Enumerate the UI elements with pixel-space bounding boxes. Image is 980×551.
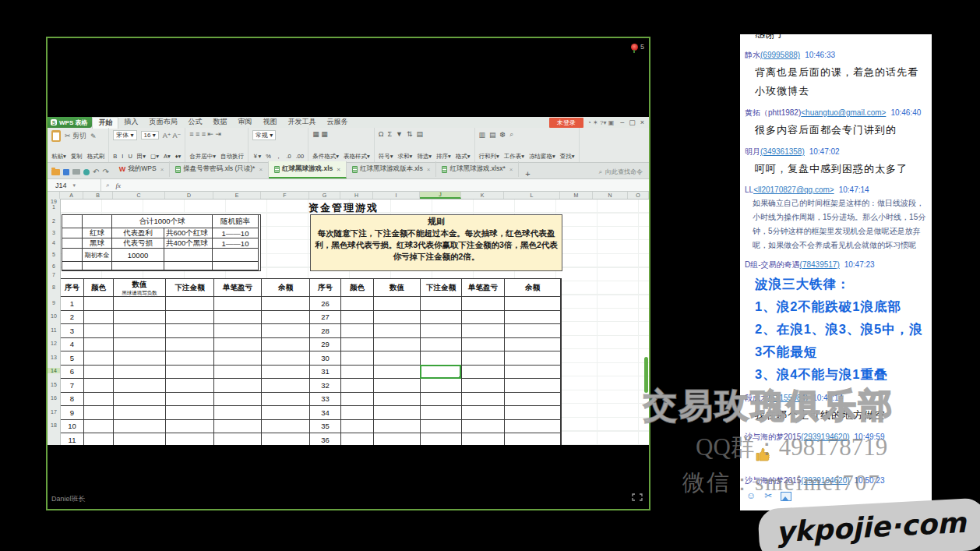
bet-cell[interactable] [214,297,262,311]
ribbon-button[interactable]: 合并居中▾ [189,153,216,161]
ribbon-button[interactable]: 格式刷 [87,153,105,161]
bet-cell[interactable]: 7 [61,379,84,393]
bet-cell[interactable]: 2 [61,311,84,325]
bet-cell[interactable] [262,393,310,407]
titlebar-icon-3[interactable]: ▣ [608,119,615,126]
ribbon-icon[interactable]: ≡ ≡ ≡ ⇤ ⇥ [189,130,221,138]
menu-tab-1[interactable]: 插入 [118,117,143,128]
ribbon-button[interactable]: A▾ [164,153,171,161]
info-total-cell[interactable]: 合计1000个球 [112,215,213,228]
menu-tab-6[interactable]: 视图 [257,117,282,128]
bet-cell[interactable] [374,311,421,325]
bet-cell[interactable] [114,311,166,325]
bet-cell[interactable]: 10 [61,420,84,434]
bet-cell[interactable] [421,351,462,366]
bet-cell[interactable] [84,324,114,338]
bet-cell[interactable] [505,406,561,420]
bet-cell[interactable] [214,379,262,393]
login-button[interactable]: 未登录 [549,118,583,128]
bet-cell[interactable]: 29 [310,338,341,352]
bet-cell[interactable]: 3 [61,324,84,338]
zoom-tool-icon[interactable]: ⌕ [101,182,109,189]
bet-cell[interactable]: 1 [61,297,84,311]
bet-cell[interactable] [84,420,114,434]
bet-cell[interactable] [114,297,166,311]
bet-cell[interactable] [341,406,374,420]
close-icon[interactable]: × [638,118,647,126]
bet-cell[interactable] [505,420,561,434]
bet-cell[interactable]: 33 [310,393,341,407]
close-tab-icon[interactable]: × [337,166,340,173]
chat-sender-id-link[interactable]: (349361358) [760,147,805,156]
bet-cell[interactable] [462,366,505,380]
menu-tab-8[interactable]: 云服务 [321,117,353,128]
info-capital-label[interactable]: 期初本金 [83,249,112,262]
bet-cell[interactable] [505,433,561,445]
column-header-A[interactable]: A [60,192,83,199]
ribbon-icon[interactable]: Ω [379,130,384,138]
bet-cell[interactable] [84,366,114,380]
bet-cell[interactable] [262,324,310,338]
ribbon-button[interactable]: B [113,153,117,161]
bet-cell[interactable] [262,379,310,393]
ribbon-icon[interactable]: ▤ [489,131,496,139]
bet-cell[interactable] [166,297,214,311]
bet-cell[interactable] [262,420,310,434]
bet-cell[interactable] [341,393,374,407]
row-header-6[interactable]: 6 [48,263,60,269]
bet-cell[interactable] [214,311,262,325]
info-odds-header-cell[interactable]: 随机赔率 [213,215,259,228]
bet-header-6[interactable]: 序号 [310,279,341,297]
bet-header-5[interactable]: 余额 [262,279,310,297]
info-cell[interactable] [164,262,213,270]
bet-header-11[interactable]: 余额 [505,279,561,297]
bet-cell[interactable] [462,297,505,311]
bet-cell[interactable] [421,297,462,311]
info-cell[interactable] [62,249,83,262]
row-header-3[interactable]: 3 [48,230,60,235]
namebox-dropdown-icon[interactable]: ▾ [73,182,76,189]
ribbon-button[interactable]: 行和列▾ [479,153,499,161]
bet-cell[interactable] [462,420,505,434]
bet-cell[interactable] [341,351,374,366]
print-icon[interactable] [72,169,80,175]
bet-cell[interactable] [374,297,421,311]
bet-cell[interactable] [114,338,166,352]
selected-cell[interactable] [420,365,461,379]
ribbon-button[interactable]: % [266,153,271,161]
scrollbar-thumb[interactable] [644,357,648,393]
bet-header-1[interactable]: 颜色 [84,279,114,297]
ribbon-button[interactable]: .0 [287,153,291,161]
column-header-K[interactable]: K [461,192,504,199]
close-tab-icon[interactable]: × [160,166,164,173]
bet-cell[interactable] [341,311,374,325]
bet-cell[interactable] [214,420,262,434]
ribbon-button[interactable]: 查找▾ [560,153,575,161]
chat-sender-id-link[interactable]: (78439517) [800,260,840,269]
ribbon-button[interactable]: 求和▾ [398,153,413,161]
column-header-N[interactable]: N [593,192,628,199]
open-file-icon[interactable] [51,169,60,175]
paste-icon[interactable] [51,130,61,142]
bet-cell[interactable] [505,379,561,393]
bet-cell[interactable] [374,351,421,366]
menu-tab-0[interactable]: 开始 [92,117,118,129]
bet-cell[interactable]: 11 [61,433,84,445]
bet-cell[interactable] [84,406,114,420]
bet-cell[interactable]: 31 [310,366,341,380]
ribbon-button[interactable]: 符号▾ [379,153,393,161]
bet-cell[interactable] [166,324,214,338]
bet-cell[interactable] [84,433,114,445]
bet-cell[interactable] [505,311,561,325]
bet-cell[interactable] [166,366,214,380]
column-header-J[interactable]: J [420,192,461,199]
ribbon-button[interactable]: 粘贴▾ [51,153,66,161]
row-header-7[interactable]: 7 [48,272,60,277]
rules-box[interactable]: 规则 每次随意下注，下注金额不能超过本金。每次抽球，红色球代表盈利，黑色球代表亏… [310,214,562,271]
ribbon-icon[interactable]: Σ [387,130,392,138]
bet-header-9[interactable]: 下注金额 [421,279,462,297]
info-cell[interactable] [112,262,164,270]
chat-sender-id-link[interactable]: <ll20170827@qq.com> [753,185,834,194]
save-icon[interactable] [63,169,69,175]
bet-cell[interactable] [166,433,214,445]
